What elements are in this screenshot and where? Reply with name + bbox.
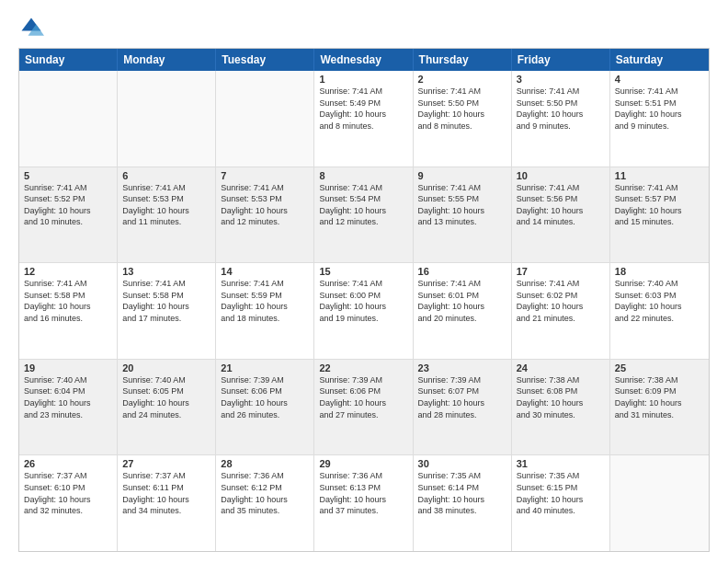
cell-info-line: Daylight: 10 hours xyxy=(24,205,112,217)
cell-info-line: and 20 minutes. xyxy=(418,313,506,325)
cell-info-line: Daylight: 10 hours xyxy=(319,205,407,217)
cell-info-line: Sunrise: 7:37 AM xyxy=(24,470,112,482)
cell-info-line: and 8 minutes. xyxy=(319,121,407,132)
cal-header-thursday: Thursday xyxy=(414,49,512,71)
cell-info-line: Sunrise: 7:37 AM xyxy=(122,470,210,482)
cell-info-line: and 13 minutes. xyxy=(418,216,506,228)
cell-info-line: Sunrise: 7:35 AM xyxy=(418,470,506,482)
cell-info-line: Sunset: 6:02 PM xyxy=(517,290,605,302)
cal-header-tuesday: Tuesday xyxy=(216,49,314,71)
day-number: 7 xyxy=(221,170,309,181)
cell-info-line: Sunset: 5:58 PM xyxy=(122,290,210,302)
cell-info-line: and 31 minutes. xyxy=(615,409,704,421)
cell-info-line: Sunset: 6:09 PM xyxy=(615,385,704,397)
cal-cell: 4Sunrise: 7:41 AMSunset: 5:51 PMDaylight… xyxy=(610,71,709,167)
cal-cell: 14Sunrise: 7:41 AMSunset: 5:59 PMDayligh… xyxy=(216,263,314,359)
day-number: 29 xyxy=(319,458,407,469)
cell-info-line: Sunrise: 7:38 AM xyxy=(517,374,605,386)
cell-info-line: and 32 minutes. xyxy=(24,505,112,517)
cal-cell: 8Sunrise: 7:41 AMSunset: 5:54 PMDaylight… xyxy=(314,167,413,263)
cal-cell: 28Sunrise: 7:36 AMSunset: 6:12 PMDayligh… xyxy=(216,455,314,551)
cell-info-line: and 12 minutes. xyxy=(221,216,309,228)
day-number: 11 xyxy=(615,170,704,181)
cell-info-line: Sunrise: 7:41 AM xyxy=(221,278,309,290)
cell-info-line: Daylight: 10 hours xyxy=(517,109,605,121)
cell-info-line: Daylight: 10 hours xyxy=(24,494,112,506)
cell-info-line: Sunset: 5:59 PM xyxy=(221,290,309,302)
cal-week-5: 26Sunrise: 7:37 AMSunset: 6:10 PMDayligh… xyxy=(19,455,709,551)
cal-cell: 27Sunrise: 7:37 AMSunset: 6:11 PMDayligh… xyxy=(118,455,216,551)
cell-info-line: and 28 minutes. xyxy=(418,409,506,421)
cell-info-line: Daylight: 10 hours xyxy=(418,109,506,121)
cell-info-line: Sunset: 5:57 PM xyxy=(615,193,704,205)
cell-info-line: Sunset: 6:14 PM xyxy=(418,482,506,494)
cell-info-line: Sunset: 6:01 PM xyxy=(418,290,506,302)
cell-info-line: and 12 minutes. xyxy=(319,216,407,228)
cell-info-line: Daylight: 10 hours xyxy=(319,397,407,409)
cell-info-line: Daylight: 10 hours xyxy=(418,494,506,506)
cell-info-line: and 17 minutes. xyxy=(122,313,210,325)
cal-header-wednesday: Wednesday xyxy=(314,49,413,71)
cal-cell: 13Sunrise: 7:41 AMSunset: 5:58 PMDayligh… xyxy=(118,263,216,359)
logo-icon xyxy=(18,15,44,40)
calendar: SundayMondayTuesdayWednesdayThursdayFrid… xyxy=(18,48,710,552)
cal-week-1: 1Sunrise: 7:41 AMSunset: 5:49 PMDaylight… xyxy=(19,71,709,167)
cell-info-line: Sunrise: 7:39 AM xyxy=(418,374,506,386)
day-number: 3 xyxy=(517,74,605,85)
cal-cell xyxy=(610,455,709,551)
cal-week-4: 19Sunrise: 7:40 AMSunset: 6:04 PMDayligh… xyxy=(19,360,709,456)
cell-info-line: Sunset: 6:11 PM xyxy=(122,482,210,494)
cell-info-line: and 30 minutes. xyxy=(517,409,605,421)
cell-info-line: Sunrise: 7:40 AM xyxy=(615,278,704,290)
cal-cell: 9Sunrise: 7:41 AMSunset: 5:55 PMDaylight… xyxy=(414,167,512,263)
day-number: 30 xyxy=(418,458,506,469)
cal-header-sunday: Sunday xyxy=(19,49,118,71)
cell-info-line: Sunrise: 7:39 AM xyxy=(319,374,407,386)
cell-info-line: Sunrise: 7:41 AM xyxy=(122,182,210,194)
cal-cell: 30Sunrise: 7:35 AMSunset: 6:14 PMDayligh… xyxy=(414,455,512,551)
day-number: 1 xyxy=(319,74,407,85)
day-number: 13 xyxy=(122,266,210,277)
cal-cell: 29Sunrise: 7:36 AMSunset: 6:13 PMDayligh… xyxy=(314,455,413,551)
cell-info-line: and 9 minutes. xyxy=(615,121,704,132)
cell-info-line: Sunset: 5:50 PM xyxy=(418,98,506,109)
cell-info-line: Daylight: 10 hours xyxy=(122,494,210,506)
cal-cell xyxy=(118,71,216,167)
cell-info-line: Sunset: 6:15 PM xyxy=(517,482,605,494)
cell-info-line: Daylight: 10 hours xyxy=(319,494,407,506)
cal-cell: 25Sunrise: 7:38 AMSunset: 6:09 PMDayligh… xyxy=(610,360,709,455)
cell-info-line: Sunset: 5:53 PM xyxy=(221,193,309,205)
cell-info-line: and 8 minutes. xyxy=(418,121,506,132)
cal-cell: 23Sunrise: 7:39 AMSunset: 6:07 PMDayligh… xyxy=(414,360,512,455)
cell-info-line: Sunrise: 7:41 AM xyxy=(615,182,704,194)
cell-info-line: and 14 minutes. xyxy=(517,216,605,228)
cell-info-line: Sunset: 6:05 PM xyxy=(122,385,210,397)
cell-info-line: and 21 minutes. xyxy=(517,313,605,325)
cal-cell xyxy=(216,71,314,167)
day-number: 28 xyxy=(221,458,309,469)
cell-info-line: Daylight: 10 hours xyxy=(615,301,704,313)
cell-info-line: Sunset: 5:50 PM xyxy=(517,98,605,109)
day-number: 8 xyxy=(319,170,407,181)
cell-info-line: Sunrise: 7:41 AM xyxy=(615,86,704,98)
cell-info-line: and 16 minutes. xyxy=(24,313,112,325)
cell-info-line: Daylight: 10 hours xyxy=(615,109,704,121)
cal-cell: 21Sunrise: 7:39 AMSunset: 6:06 PMDayligh… xyxy=(216,360,314,455)
cal-cell: 7Sunrise: 7:41 AMSunset: 5:53 PMDaylight… xyxy=(216,167,314,263)
calendar-header-row: SundayMondayTuesdayWednesdayThursdayFrid… xyxy=(19,49,709,71)
cell-info-line: Daylight: 10 hours xyxy=(221,494,309,506)
day-number: 19 xyxy=(24,362,112,373)
cal-cell: 31Sunrise: 7:35 AMSunset: 6:15 PMDayligh… xyxy=(512,455,610,551)
day-number: 5 xyxy=(24,170,112,181)
cell-info-line: Sunset: 5:58 PM xyxy=(24,290,112,302)
day-number: 10 xyxy=(517,170,605,181)
cell-info-line: Sunset: 6:03 PM xyxy=(615,290,704,302)
day-number: 25 xyxy=(615,362,704,373)
cell-info-line: and 38 minutes. xyxy=(418,505,506,517)
cell-info-line: and 35 minutes. xyxy=(221,505,309,517)
cell-info-line: Sunrise: 7:35 AM xyxy=(517,470,605,482)
cell-info-line: Daylight: 10 hours xyxy=(517,494,605,506)
cal-cell: 18Sunrise: 7:40 AMSunset: 6:03 PMDayligh… xyxy=(610,263,709,359)
cell-info-line: Sunrise: 7:41 AM xyxy=(418,278,506,290)
cell-info-line: Daylight: 10 hours xyxy=(418,301,506,313)
